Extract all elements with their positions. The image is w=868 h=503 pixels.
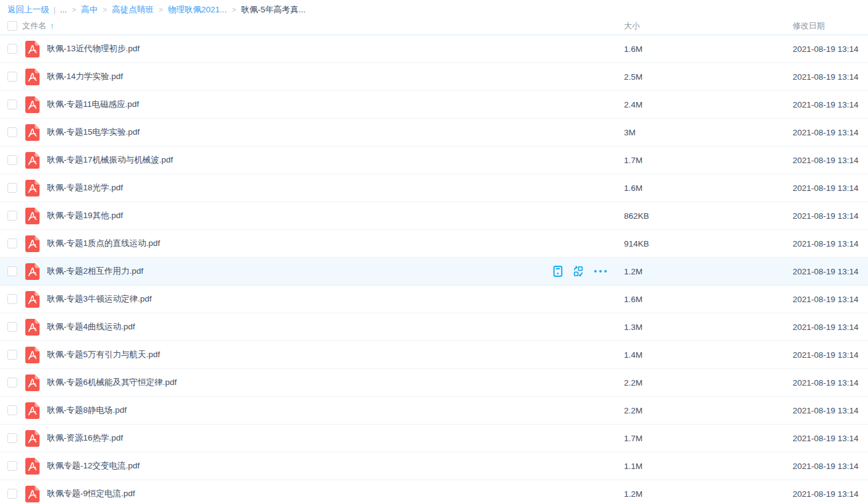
table-row[interactable]: 耿佩-专题18光学.pdf 1.6M 2021-08-19 13 bbox=[0, 174, 868, 202]
file-name[interactable]: 耿佩专题-12交变电流.pdf bbox=[47, 460, 624, 471]
breadcrumb-collapsed[interactable]: ... bbox=[60, 5, 67, 14]
table-row[interactable]: 耿佩-专题8静电场.pdf 2.2M 2021-08-19 13 bbox=[0, 397, 868, 425]
pdf-file-icon bbox=[25, 486, 40, 502]
file-table-body: 耿佩-13近代物理初步.pdf 1.6M 2021-08-19 bbox=[0, 35, 868, 503]
table-row[interactable]: 耿佩-资源16热学.pdf 1.7M 2021-08-19 13 bbox=[0, 425, 868, 452]
table-row[interactable]: 耿佩-专题2相互作用力.pdf 1.2M 2021-08-19 bbox=[0, 258, 868, 285]
table-row[interactable]: 耿佩-14力学实验.pdf 2.5M 2021-08-19 13 bbox=[0, 63, 868, 91]
row-checkbox[interactable] bbox=[7, 461, 17, 471]
file-name[interactable]: 耿佩-专题11电磁感应.pdf bbox=[47, 99, 624, 110]
row-actions bbox=[552, 258, 608, 285]
breadcrumb-current-folder: 耿佩-5年高考真... bbox=[241, 4, 305, 15]
table-row[interactable]: 耿佩-专题17机械振动与机械波.pdf 1.7M 2021-08 bbox=[0, 146, 868, 174]
file-size: 2.4M bbox=[624, 100, 793, 109]
row-checkbox[interactable] bbox=[7, 489, 17, 499]
table-row[interactable]: 耿佩-专题3牛顿运动定律.pdf 1.6M 2021-08-19 bbox=[0, 285, 868, 313]
pdf-file-icon bbox=[25, 96, 40, 113]
file-date: 2021-08-19 13:14 bbox=[793, 378, 868, 387]
file-name[interactable]: 耿佩-14力学实验.pdf bbox=[47, 71, 624, 82]
file-date: 2021-08-19 13:14 bbox=[793, 406, 868, 415]
table-row[interactable]: 耿佩-专题11电磁感应.pdf 2.4M 2021-08-19 bbox=[0, 91, 868, 119]
row-checkbox[interactable] bbox=[7, 155, 17, 165]
breadcrumb-chevron: > bbox=[159, 6, 163, 14]
file-size: 1.1M bbox=[624, 462, 793, 471]
file-name[interactable]: 耿佩-专题3牛顿运动定律.pdf bbox=[47, 294, 624, 305]
table-row[interactable]: 耿佩-专题4曲线运动.pdf 1.3M 2021-08-19 1 bbox=[0, 313, 868, 341]
file-name[interactable]: 耿佩-专题6机械能及其守恒定律.pdf bbox=[47, 377, 624, 388]
row-checkbox[interactable] bbox=[7, 266, 17, 276]
row-checkbox[interactable] bbox=[7, 72, 17, 82]
column-header-filename[interactable]: 文件名 bbox=[22, 20, 46, 32]
file-name[interactable]: 耿佩-专题19其他.pdf bbox=[47, 210, 624, 221]
file-size: 1.6M bbox=[624, 295, 793, 304]
table-row[interactable]: 耿佩-专题6机械能及其守恒定律.pdf 2.2M 2021-08 bbox=[0, 369, 868, 397]
file-size: 862KB bbox=[624, 211, 793, 221]
file-date: 2021-08-19 13:14 bbox=[793, 489, 868, 499]
save-to-phone-icon[interactable] bbox=[552, 265, 563, 277]
table-row[interactable]: 耿佩-专题15电学实验.pdf 3M 2021-08-19 13 bbox=[0, 119, 868, 146]
file-name[interactable]: 耿佩-专题1质点的直线运动.pdf bbox=[47, 238, 624, 249]
row-checkbox[interactable] bbox=[7, 294, 17, 304]
file-name[interactable]: 耿佩-专题8静电场.pdf bbox=[47, 405, 624, 416]
breadcrumb-link-wuli[interactable]: 物理耿佩2021... bbox=[168, 4, 227, 15]
file-name[interactable]: 耿佩-13近代物理初步.pdf bbox=[47, 43, 624, 54]
file-name[interactable]: 耿佩-专题17机械振动与机械波.pdf bbox=[47, 154, 624, 166]
breadcrumb-chevron: > bbox=[103, 6, 107, 14]
table-row[interactable]: 耿佩-专题19其他.pdf 862KB 2021-08-19 1 bbox=[0, 202, 868, 230]
row-checkbox[interactable] bbox=[7, 44, 17, 54]
file-size: 1.7M bbox=[624, 156, 793, 165]
file-name[interactable]: 耿佩-专题18光学.pdf bbox=[47, 182, 624, 193]
row-checkbox[interactable] bbox=[7, 127, 17, 137]
table-row[interactable]: 耿佩专题-12交变电流.pdf 1.1M 2021-08-19 bbox=[0, 452, 868, 480]
table-row[interactable]: 耿佩专题-9恒定电流.pdf 1.2M 2021-08-19 1 bbox=[0, 480, 868, 503]
pdf-file-icon bbox=[25, 430, 40, 447]
row-checkbox[interactable] bbox=[7, 99, 17, 109]
file-size: 1.7M bbox=[624, 434, 793, 443]
file-size: 1.2M bbox=[624, 489, 793, 499]
file-date: 2021-08-19 13:14 bbox=[793, 267, 868, 276]
pdf-file-icon bbox=[25, 402, 40, 419]
row-checkbox[interactable] bbox=[7, 378, 17, 387]
file-date: 2021-08-19 13:14 bbox=[793, 72, 868, 82]
table-row[interactable]: 耿佩-专题5万有引力与航天.pdf 1.4M 2021-08-1 bbox=[0, 341, 868, 369]
more-options-icon[interactable] bbox=[593, 265, 608, 277]
column-header-size[interactable]: 大小 bbox=[624, 20, 793, 32]
file-date: 2021-08-19 13:14 bbox=[793, 184, 868, 193]
file-name[interactable]: 耿佩-专题2相互作用力.pdf bbox=[47, 266, 624, 277]
file-date: 2021-08-19 13:14 bbox=[793, 350, 868, 360]
pdf-file-icon bbox=[25, 235, 40, 252]
file-name[interactable]: 耿佩-专题15电学实验.pdf bbox=[47, 127, 624, 138]
breadcrumb-back-link[interactable]: 返回上一级 bbox=[7, 4, 49, 15]
file-date: 2021-08-19 13:14 bbox=[793, 295, 868, 304]
file-date: 2021-08-19 13:14 bbox=[793, 211, 868, 221]
breadcrumb: 返回上一级 | ... > 高中 > 高徒点睛班 > 物理耿佩2021... >… bbox=[0, 0, 868, 17]
breadcrumb-link-gaozhong[interactable]: 高中 bbox=[81, 4, 98, 15]
file-size: 1.6M bbox=[624, 44, 793, 54]
file-size: 1.6M bbox=[624, 184, 793, 193]
pdf-file-icon bbox=[25, 347, 40, 363]
file-name[interactable]: 耿佩-专题4曲线运动.pdf bbox=[47, 321, 624, 332]
breadcrumb-chevron: > bbox=[232, 6, 236, 14]
table-row[interactable]: 耿佩-专题1质点的直线运动.pdf 914KB 2021-08- bbox=[0, 230, 868, 258]
file-date: 2021-08-19 13:14 bbox=[793, 434, 868, 443]
table-row[interactable]: 耿佩-13近代物理初步.pdf 1.6M 2021-08-19 bbox=[0, 35, 868, 63]
sort-ascending-icon[interactable]: ↑ bbox=[50, 21, 54, 30]
row-checkbox[interactable] bbox=[7, 405, 17, 415]
row-checkbox[interactable] bbox=[7, 350, 17, 360]
file-name[interactable]: 耿佩-资源16热学.pdf bbox=[47, 433, 624, 444]
row-checkbox[interactable] bbox=[7, 211, 17, 221]
breadcrumb-chevron: > bbox=[72, 6, 76, 14]
select-all-checkbox[interactable] bbox=[7, 21, 17, 31]
breadcrumb-link-gaotu[interactable]: 高徒点睛班 bbox=[112, 4, 154, 15]
column-header-date[interactable]: 修改日期 bbox=[793, 20, 868, 32]
file-name[interactable]: 耿佩专题-9恒定电流.pdf bbox=[47, 488, 624, 499]
pdf-file-icon bbox=[25, 69, 40, 85]
row-checkbox[interactable] bbox=[7, 183, 17, 193]
file-size: 2.5M bbox=[624, 72, 793, 82]
file-size: 1.4M bbox=[624, 350, 793, 360]
row-checkbox[interactable] bbox=[7, 433, 17, 443]
row-checkbox[interactable] bbox=[7, 239, 17, 248]
file-name[interactable]: 耿佩-专题5万有引力与航天.pdf bbox=[47, 349, 624, 360]
row-checkbox[interactable] bbox=[7, 322, 17, 332]
share-transfer-icon[interactable] bbox=[573, 265, 584, 277]
